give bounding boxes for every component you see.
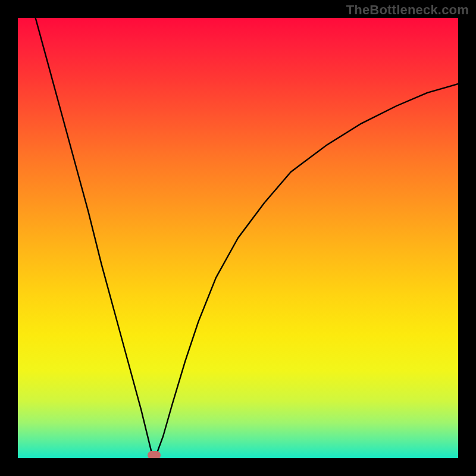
minimum-marker: [148, 451, 161, 458]
curve-left-branch: [36, 18, 152, 453]
watermark-text: TheBottleneck.com: [346, 2, 469, 18]
chart-frame: TheBottleneck.com: [0, 0, 476, 476]
curve-right-branch: [157, 84, 458, 453]
curve-svg: [18, 18, 458, 458]
plot-area: [18, 18, 458, 458]
